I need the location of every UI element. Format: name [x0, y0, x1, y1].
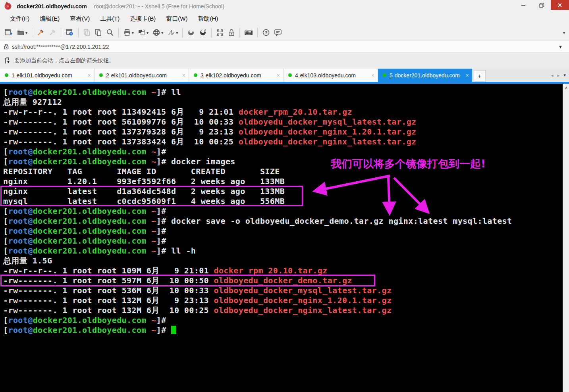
virtual-keyboard-icon[interactable] [243, 27, 255, 38]
copy-icon [81, 27, 92, 38]
session-tab-5[interactable]: 5docker201.oldboyedu.com× [378, 69, 473, 82]
paste-icon[interactable] [93, 27, 104, 38]
print-icon[interactable]: ▾ [122, 27, 135, 38]
tab-close-icon[interactable]: × [277, 72, 280, 79]
session-tab-4[interactable]: 4elk103.oldboyedu.com× [284, 69, 378, 82]
address-dropdown-icon[interactable]: ▼ [558, 44, 565, 49]
toolbar: ▾ ▾ ▾ ▾ [0, 25, 569, 40]
session-tab-3[interactable]: 3elk102.oldboyedu.com× [189, 69, 284, 82]
encoding-dropdown-icon[interactable]: ▾ [161, 31, 163, 35]
connected-dot-icon [5, 73, 8, 77]
terminal-line: [root@docker201.oldboyedu.com ~]# ll [3, 87, 559, 97]
session-tab-1[interactable]: 1elk101.oldboyedu.com× [0, 69, 95, 82]
terminal-line: [root@docker201.oldboyedu.com ~]# ll -h [3, 246, 559, 256]
tab-close-icon[interactable]: × [466, 72, 469, 79]
connected-dot-icon [194, 73, 197, 77]
window-title: docker201.oldboyedu.com [17, 3, 87, 10]
tab-label: elk101.oldboyedu.com [17, 72, 85, 79]
highlight-box-images [0, 186, 303, 206]
menu-item-tools[interactable]: 工具(T) [95, 13, 125, 24]
terminal-line: -rw-------. 1 root root 132M 6月 10 00:25… [3, 306, 559, 315]
xshell-logo-icon [4, 2, 12, 10]
print-dropdown-icon[interactable]: ▾ [132, 31, 134, 35]
menu-item-window[interactable]: 窗口(W) [161, 13, 193, 24]
toolbar-overflow-icon[interactable]: ▾ [563, 31, 567, 35]
lock-screen-icon[interactable] [226, 27, 237, 38]
help-icon[interactable]: ? [260, 27, 272, 38]
menu-item-view[interactable]: 查看(V) [65, 13, 95, 24]
fullscreen-icon[interactable] [214, 27, 226, 38]
disconnect-icon [47, 27, 58, 38]
menu-item-edit[interactable]: 编辑(E) [35, 13, 65, 24]
terminal-line: -rw-r--r--. 1 root root 113492415 6月 9 2… [3, 107, 559, 117]
tab-list-dropdown-icon[interactable]: ▾ [563, 73, 566, 78]
menu-item-tabs[interactable]: 选项卡(B) [125, 13, 161, 24]
font-dropdown-icon[interactable]: ▾ [176, 31, 178, 35]
session-properties-icon[interactable] [64, 27, 75, 38]
tab-number: 4 [295, 72, 298, 79]
new-session-icon[interactable] [3, 27, 14, 38]
menu-item-help[interactable]: 帮助(H) [193, 13, 223, 24]
info-bar-text: 要添加当前会话，点击左侧的箭头按钮。 [14, 57, 114, 64]
terminal-output: [root@docker201.oldboyedu.com ~]# ll总用量 … [3, 87, 559, 335]
address-lock-icon [4, 44, 9, 50]
tab-scroll-right-icon[interactable]: ▸ [557, 73, 559, 78]
tab-number: 3 [201, 72, 204, 79]
compose-pane-icon[interactable] [197, 27, 208, 38]
terminal-area[interactable]: [root@docker201.oldboyedu.com ~]# ll总用量 … [0, 84, 569, 392]
tab-close-icon[interactable]: × [88, 72, 91, 79]
window-subtitle: root@docker201:~ - Xshell 5 (Free for Ho… [94, 3, 224, 10]
terminal-line: -rw-------. 1 root root 561099776 6月 10 … [3, 117, 559, 127]
tab-scroll-left-icon[interactable]: ◂ [551, 73, 553, 78]
tab-close-icon[interactable]: × [182, 72, 185, 79]
menu-item-file[interactable]: 文件(F) [5, 13, 35, 24]
connected-dot-icon [288, 73, 292, 77]
terminal-line: [root@docker201.oldboyedu.com ~]# [3, 315, 559, 325]
tab-number: 2 [106, 72, 109, 79]
terminal-line: [root@docker201.oldboyedu.com ~]# docker… [3, 216, 559, 226]
terminal-line: [root@docker201.oldboyedu.com ~]# [3, 236, 559, 246]
terminal-line: [root@docker201.oldboyedu.com ~]# [3, 226, 559, 236]
terminal-line: -rw-------. 1 root root 536M 6月 10 00:33… [3, 286, 559, 296]
menu-bar: 文件(F)编辑(E)查看(V)工具(T)选项卡(B)窗口(W)帮助(H) [0, 13, 569, 25]
new-tab-button[interactable]: + [474, 70, 486, 82]
restore-button[interactable] [532, 0, 551, 10]
terminal-line: [root@docker201.oldboyedu.com ~]# [3, 206, 559, 216]
open-session-dropdown-icon[interactable]: ▾ [25, 31, 27, 35]
open-session-icon[interactable]: ▾ [15, 27, 29, 38]
add-session-arrow-icon[interactable] [4, 57, 11, 64]
xshell-window: docker201.oldboyedu.com root@docker201:~… [0, 0, 569, 392]
encoding-icon[interactable]: ▾ [151, 27, 165, 38]
tab-number: 1 [12, 72, 15, 79]
tab-label: elk101.oldboyedu.com [111, 72, 180, 79]
terminal-line: [root@docker201.oldboyedu.com ~]# [3, 325, 559, 335]
tab-label: docker201.oldboyedu.com [395, 72, 463, 79]
address-bar[interactable]: ssh://root:***********@172.200.1.201:22 … [0, 40, 569, 53]
terminal-line: nginx 1.20.1 993ef3592f66 2 weeks ago 13… [3, 177, 559, 186]
title-bar: docker201.oldboyedu.com root@docker201:~… [0, 0, 569, 13]
svg-text:A: A [168, 29, 173, 36]
terminal-line: 总用量 1.5G [3, 256, 559, 266]
tab-label: elk102.oldboyedu.com [206, 72, 274, 79]
session-tab-2[interactable]: 2elk101.oldboyedu.com× [95, 69, 189, 82]
terminal-line: [root@docker201.oldboyedu.com ~]# [3, 147, 559, 157]
font-icon[interactable]: A ▾ [166, 27, 179, 38]
tab-close-icon[interactable]: × [371, 72, 374, 79]
compose-send-icon[interactable] [185, 27, 197, 38]
color-scheme-dropdown-icon[interactable]: ▾ [147, 31, 149, 35]
connected-dot-icon [383, 73, 386, 77]
terminal-line: -rw-------. 1 root root 137383424 6月 10 … [3, 137, 559, 147]
minimize-button[interactable] [514, 0, 532, 10]
find-icon[interactable] [104, 27, 116, 38]
terminal-line: -rw-------. 1 root root 137379328 6月 9 2… [3, 127, 559, 137]
info-bar: 要添加当前会话，点击左侧的箭头按钮。 [0, 53, 569, 69]
color-scheme-icon[interactable]: ▾ [136, 27, 150, 38]
feedback-icon[interactable] [272, 27, 284, 38]
terminal-scrollbar[interactable]: ∧ [563, 84, 569, 392]
terminal-cursor [171, 326, 176, 334]
scrollbar-up-icon[interactable]: ∧ [563, 85, 569, 90]
close-button[interactable] [551, 0, 569, 10]
address-url[interactable]: ssh://root:***********@172.200.1.201:22 [12, 44, 109, 50]
connect-icon[interactable] [35, 27, 46, 38]
svg-text:?: ? [265, 30, 267, 35]
